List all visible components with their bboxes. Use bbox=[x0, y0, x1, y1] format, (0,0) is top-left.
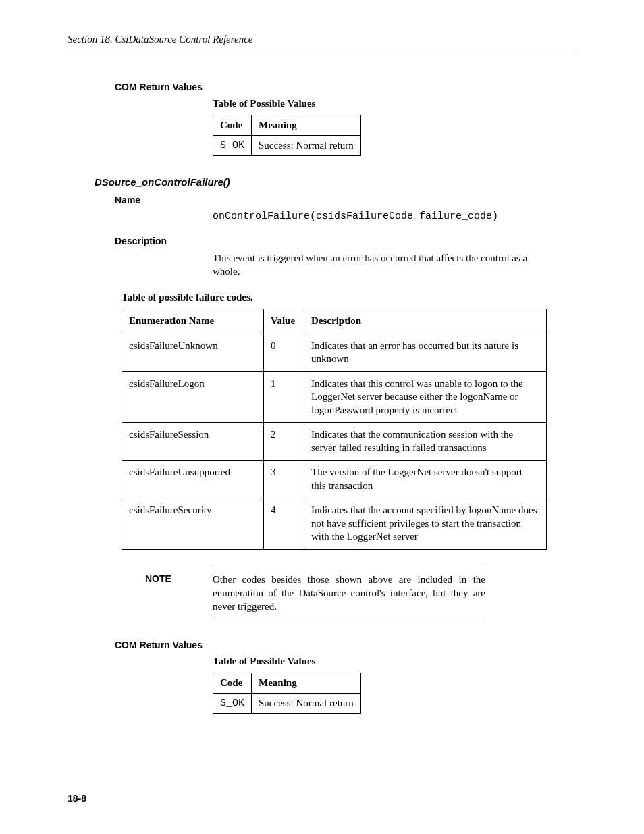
note-text: Other codes besides those shown above ar… bbox=[213, 567, 485, 620]
return-values-table-2: Code Meaning S_OK Success: Normal return bbox=[213, 673, 361, 714]
table-row: S_OK Success: Normal return bbox=[213, 136, 361, 156]
table-header-meaning: Meaning bbox=[252, 673, 361, 694]
table-header-enum: Enumeration Name bbox=[122, 309, 264, 334]
description-heading: Description bbox=[115, 236, 576, 246]
page-number: 18-8 bbox=[68, 793, 86, 804]
table-row: S_OK Success: Normal return bbox=[213, 694, 361, 714]
enum-cell: csidsFailureLogon bbox=[122, 371, 264, 423]
note-block: NOTE Other codes besides those shown abo… bbox=[213, 567, 485, 620]
return-values-table-1: Code Meaning S_OK Success: Normal return bbox=[213, 115, 361, 156]
note-label: NOTE bbox=[145, 573, 171, 584]
failure-table-caption: Table of possible failure codes. bbox=[122, 292, 576, 303]
enum-cell: csidsFailureUnknown bbox=[122, 334, 264, 371]
desc-cell: Indicates that the communication session… bbox=[304, 423, 547, 461]
table-header-code: Code bbox=[213, 115, 252, 136]
code-cell: S_OK bbox=[213, 136, 252, 156]
value-cell: 1 bbox=[264, 371, 304, 423]
table-header-value: Value bbox=[264, 309, 304, 334]
name-heading: Name bbox=[115, 194, 576, 205]
desc-cell: Indicates that an error has occurred but… bbox=[304, 334, 547, 371]
enum-cell: csidsFailureSession bbox=[122, 423, 264, 461]
code-cell: S_OK bbox=[213, 694, 252, 714]
desc-cell: Indicates that the account specified by … bbox=[304, 498, 547, 550]
desc-cell: Indicates that this control was unable t… bbox=[304, 371, 547, 423]
table-row: csidsFailureSession 2 Indicates that the… bbox=[122, 423, 547, 461]
table-caption-2: Table of Possible Values bbox=[213, 656, 576, 667]
value-cell: 4 bbox=[264, 498, 304, 550]
table-caption-1: Table of Possible Values bbox=[213, 98, 576, 109]
table-row: csidsFailureLogon 1 Indicates that this … bbox=[122, 371, 547, 423]
table-row: csidsFailureSecurity 4 Indicates that th… bbox=[122, 498, 547, 550]
table-row: csidsFailureUnsupported 3 The version of… bbox=[122, 461, 547, 498]
event-signature: onControlFailure(csidsFailureCode failur… bbox=[213, 211, 576, 222]
event-title: DSource_onControlFailure() bbox=[95, 176, 576, 188]
desc-cell: The version of the LoggerNet server does… bbox=[304, 461, 547, 498]
failure-codes-table: Enumeration Name Value Description csids… bbox=[122, 309, 547, 550]
meaning-cell: Success: Normal return bbox=[252, 136, 361, 156]
com-return-values-heading-1: COM Return Values bbox=[115, 82, 576, 93]
value-cell: 0 bbox=[264, 334, 304, 371]
com-return-values-heading-2: COM Return Values bbox=[115, 640, 576, 650]
enum-cell: csidsFailureSecurity bbox=[122, 498, 264, 550]
value-cell: 3 bbox=[264, 461, 304, 498]
value-cell: 2 bbox=[264, 423, 304, 461]
table-header-code: Code bbox=[213, 673, 252, 694]
table-header-meaning: Meaning bbox=[252, 115, 361, 136]
table-row: csidsFailureUnknown 0 Indicates that an … bbox=[122, 334, 547, 371]
meaning-cell: Success: Normal return bbox=[252, 694, 361, 714]
enum-cell: csidsFailureUnsupported bbox=[122, 461, 264, 498]
page-header: Section 18. CsiDataSource Control Refere… bbox=[68, 34, 576, 51]
description-text: This event is triggered when an error ha… bbox=[213, 252, 543, 278]
table-header-desc: Description bbox=[304, 309, 547, 334]
